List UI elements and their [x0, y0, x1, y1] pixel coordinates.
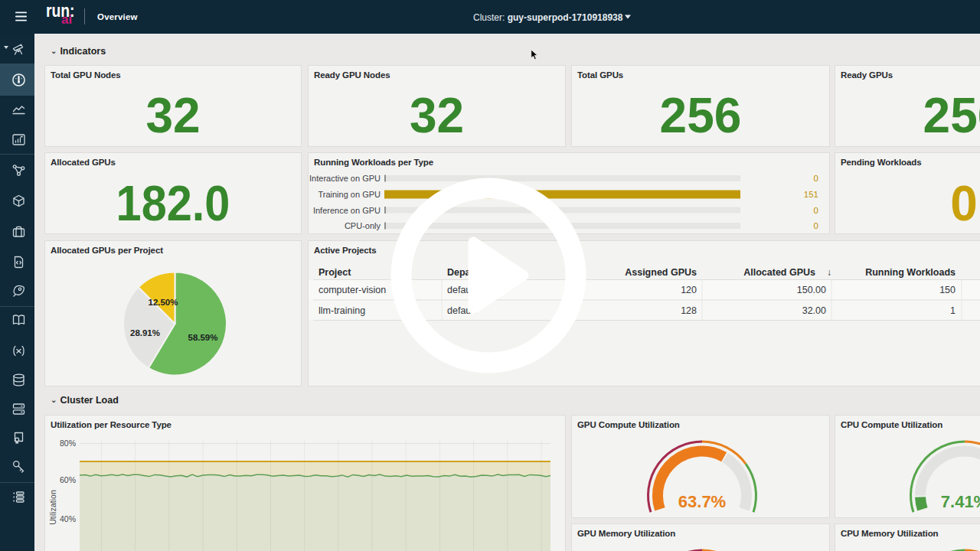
svg-text:↓: ↓	[827, 267, 831, 278]
svg-text:Training on GPU: Training on GPU	[318, 190, 381, 199]
svg-text:Project: Project	[318, 267, 351, 278]
svg-text:Interactive on GPU: Interactive on GPU	[309, 174, 381, 183]
svg-text:0: 0	[814, 174, 818, 183]
svg-text:Utilization: Utilization	[48, 490, 57, 525]
svg-text:12.50%: 12.50%	[148, 298, 178, 307]
svg-text:Assigned GPUs: Assigned GPUs	[625, 267, 697, 278]
svg-text:151: 151	[804, 190, 818, 199]
svg-text:CPU-only: CPU-only	[345, 221, 381, 230]
svg-text:63.7%: 63.7%	[678, 492, 726, 511]
svg-text:0: 0	[814, 221, 818, 230]
svg-text:llm-training: llm-training	[318, 305, 365, 316]
svg-text:7.41%: 7.41%	[941, 492, 980, 511]
svg-text:80%: 80%	[60, 439, 76, 448]
svg-text:128: 128	[681, 305, 697, 316]
svg-text:150.00: 150.00	[797, 285, 826, 295]
svg-text:60%: 60%	[60, 475, 76, 484]
svg-text:computer-vision: computer-vision	[318, 285, 386, 295]
svg-text:120: 120	[681, 285, 697, 295]
svg-text:40%: 40%	[60, 514, 76, 523]
svg-text:28.91%: 28.91%	[130, 328, 160, 337]
svg-text:1: 1	[950, 305, 956, 316]
svg-text:150: 150	[939, 285, 956, 295]
svg-text:32.00: 32.00	[802, 305, 826, 316]
svg-text:Running Workloads: Running Workloads	[865, 267, 956, 278]
svg-text:0: 0	[814, 206, 818, 215]
svg-text:Allocated GPUs: Allocated GPUs	[743, 267, 815, 278]
svg-text:Inference on GPU: Inference on GPU	[313, 206, 381, 215]
svg-text:58.59%: 58.59%	[188, 333, 217, 342]
